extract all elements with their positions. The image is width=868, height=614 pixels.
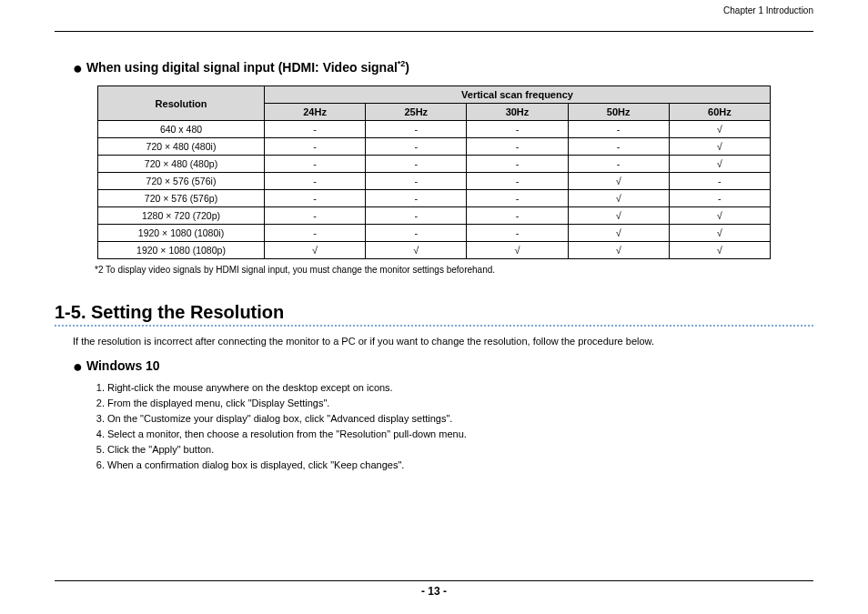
resolution-cell: 1280 × 720 (720p) [98,207,265,225]
table-row: 1920 × 1080 (1080p)√√√√√ [98,242,771,259]
freq-cell: - [366,121,467,138]
table-row: 720 × 576 (576p)---√- [98,190,771,207]
resolution-cell: 1920 × 1080 (1080i) [98,225,265,242]
resolution-cell: 720 × 576 (576i) [98,173,265,190]
page-number: - 13 - [421,585,447,598]
sub-heading-windows10: ●Windows 10 [73,357,813,377]
freq-60: 60Hz [669,104,770,121]
list-item: Select a monitor, then choose a resoluti… [107,428,813,439]
resolution-cell: 720 × 576 (576p) [98,190,265,207]
table-row: 720 × 480 (480i)----√ [98,138,771,156]
freq-cell: - [265,173,366,190]
bullet-icon: ● [73,357,83,376]
freq-cell: - [669,173,770,190]
freq-cell: - [366,207,467,225]
freq-cell: √ [467,242,568,259]
freq-cell: √ [366,242,467,259]
freq-cell: - [669,190,770,207]
intro-text: If the resolution is incorrect after con… [73,336,813,347]
freq-cell: - [467,190,568,207]
freq-cell: - [366,173,467,190]
page-footer: - 13 - [55,580,813,598]
freq-cell: √ [669,138,770,156]
freq-cell: √ [669,207,770,225]
freq-cell: - [467,138,568,156]
freq-cell: √ [669,242,770,259]
freq-cell: - [265,190,366,207]
freq-cell: - [467,121,568,138]
freq-cell: - [265,207,366,225]
table-row: 1280 × 720 (720p)---√√ [98,207,771,225]
freq-cell: √ [669,156,770,173]
freq-cell: - [366,138,467,156]
major-heading-number: 1-5. [55,302,86,322]
table-row: 640 x 480----√ [98,121,771,138]
freq-cell: - [265,138,366,156]
freq-cell: - [467,156,568,173]
table-row: 720 × 480 (480p)----√ [98,156,771,173]
list-item: Click the "Apply" button. [107,444,813,455]
resolution-table: Resolution Vertical scan frequency 24Hz … [97,86,771,259]
freq-cell: - [366,190,467,207]
major-heading-title: Setting the Resolution [91,302,284,322]
section-hdmi-title-suffix: ) [405,60,409,75]
bullet-icon: ● [73,59,83,77]
freq-cell: - [467,207,568,225]
freq-cell: - [467,225,568,242]
header-rule [55,31,813,32]
freq-cell: - [366,225,467,242]
freq-25: 25Hz [366,104,467,121]
table-footnote: *2 To display video signals by HDMI sign… [95,265,813,275]
freq-cell: √ [568,242,669,259]
table-row: 1920 × 1080 (1080i)---√√ [98,225,771,242]
col-vsf: Vertical scan frequency [265,86,771,104]
resolution-cell: 640 x 480 [98,121,265,138]
major-heading: 1-5. Setting the Resolution [55,302,813,325]
freq-cell: √ [265,242,366,259]
freq-24: 24Hz [265,104,366,121]
freq-cell: √ [669,121,770,138]
freq-cell: √ [669,225,770,242]
freq-cell: √ [568,190,669,207]
freq-50: 50Hz [568,104,669,121]
steps-list: Right-click the mouse anywhere on the de… [91,382,813,470]
dotted-rule [55,325,813,327]
resolution-cell: 720 × 480 (480i) [98,138,265,156]
resolution-cell: 720 × 480 (480p) [98,156,265,173]
freq-cell: - [568,121,669,138]
freq-cell: - [265,156,366,173]
list-item: Right-click the mouse anywhere on the de… [107,382,813,393]
col-resolution: Resolution [98,86,265,121]
chapter-label: Chapter 1 Introduction [723,5,813,15]
freq-cell: √ [568,173,669,190]
freq-cell: - [467,173,568,190]
section-hdmi-heading: ●When using digital signal input (HDMI: … [73,59,813,78]
freq-30: 30Hz [467,104,568,121]
section-hdmi-title-prefix: When using digital signal input (HDMI: V… [86,60,398,75]
freq-cell: √ [568,207,669,225]
list-item: On the "Customize your display" dialog b… [107,413,813,424]
sub-heading-title: Windows 10 [86,358,160,373]
freq-cell: - [366,156,467,173]
freq-cell: - [568,138,669,156]
table-row: 720 × 576 (576i)---√- [98,173,771,190]
freq-cell: - [265,121,366,138]
list-item: From the displayed menu, click "Display … [107,398,813,408]
list-item: When a confirmation dialog box is displa… [107,459,813,470]
freq-cell: - [265,225,366,242]
resolution-cell: 1920 × 1080 (1080p) [98,242,265,259]
freq-cell: √ [568,225,669,242]
freq-cell: - [568,156,669,173]
